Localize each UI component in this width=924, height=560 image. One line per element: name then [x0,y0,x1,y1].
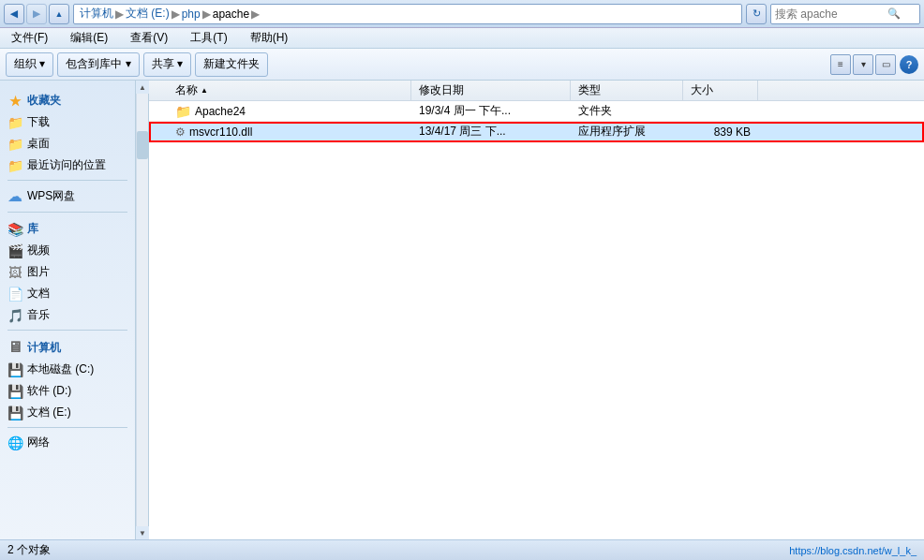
breadcrumb-sep: ▶ [202,7,211,21]
organize-button[interactable]: 组织 ▾ [6,52,53,77]
share-button[interactable]: 共享 ▾ [143,52,191,77]
sidebar-item-pictures[interactable]: 🖼 图片 [0,261,135,283]
sidebar-item-video[interactable]: 🎬 视频 [0,240,135,261]
help-button[interactable]: ? [900,55,918,74]
sidebar-item-music[interactable]: 🎵 音乐 [0,304,135,326]
documents-icon: 📄 [7,287,22,302]
pictures-label: 图片 [27,264,50,280]
breadcrumb-item[interactable]: 计算机 [80,6,113,22]
file-name: ⚙ msvcr110.dll [168,125,411,139]
col-type-label: 类型 [578,82,601,98]
sidebar-scrollbar[interactable]: ▲ ▼ [136,81,149,539]
breadcrumb-sep: ▶ [171,7,180,21]
search-bar[interactable]: 🔍 [770,4,920,24]
file-date-text: 13/4/17 周三 下... [419,124,506,140]
computer-icon: 🖥 [7,339,22,356]
back-button[interactable]: ◀ [4,4,24,24]
col-name-label: 名称 [175,82,198,98]
sidebar-item-drive-c[interactable]: 💾 本地磁盘 (C:) [0,359,135,380]
file-size: 839 KB [683,125,758,139]
address-bar: ◀ ▶ ▲ 计算机 ▶ 文档 (E:) ▶ php ▶ apache ▶ ↻ 🔍 [0,0,924,28]
sidebar-item-recent[interactable]: 📁 最近访问的位置 [0,155,135,176]
file-type-text: 文件夹 [578,103,612,119]
sidebar-divider [7,330,127,331]
col-header-date[interactable]: 修改日期 [411,81,571,100]
status-bar: 2 个对象 https://blog.csdn.net/w_l_k_ [0,539,924,560]
up-button[interactable]: ▲ [49,4,69,24]
refresh-button[interactable]: ↻ [746,4,767,24]
search-icon[interactable]: 🔍 [887,7,901,20]
file-name: 📁 Apache24 [168,104,411,119]
sidebar-divider [7,427,127,428]
folder-icon: 📁 [7,158,22,173]
share-label: 共享 ▾ [152,56,183,72]
music-icon: 🎵 [7,308,22,323]
nav-buttons: ◀ ▶ ▲ [4,4,69,24]
drive-c-label: 本地磁盘 (C:) [27,361,94,377]
scroll-down-arrow[interactable]: ▼ [136,526,149,539]
favorites-header: ★ 收藏夹 [0,90,135,111]
file-type-text: 应用程序扩展 [578,124,646,140]
breadcrumb[interactable]: 计算机 ▶ 文档 (E:) ▶ php ▶ apache ▶ [73,4,742,24]
breadcrumb-item[interactable]: 文档 (E:) [126,6,170,22]
library-label: 库 [27,221,38,237]
folder-icon: 📁 [7,115,22,130]
menu-view[interactable]: 查看(V) [127,28,171,48]
library-header: 📚 库 [0,218,135,240]
sidebar-item-downloads[interactable]: 📁 下载 [0,111,135,133]
search-input[interactable] [775,7,887,21]
forward-button[interactable]: ▶ [26,4,47,24]
wps-label: WPS网盘 [27,188,75,204]
sidebar-item-desktop[interactable]: 📁 桌面 [0,133,135,155]
downloads-label: 下载 [27,114,50,130]
music-label: 音乐 [27,307,50,323]
sidebar-item-drive-d[interactable]: 💾 软件 (D:) [0,380,135,402]
scroll-up-arrow[interactable]: ▲ [136,81,149,94]
menu-help[interactable]: 帮助(H) [246,28,292,48]
menu-file[interactable]: 文件(F) [7,28,52,48]
drive-icon: 💾 [7,405,22,420]
scroll-thumb[interactable] [137,131,148,159]
folder-icon: 📁 [7,137,22,152]
sidebar-item-wps[interactable]: ☁ WPS网盘 [0,184,135,208]
favorites-section: ★ 收藏夹 📁 下载 📁 桌面 📁 最近访问的位置 [0,90,135,176]
network-label: 网络 [27,435,50,450]
menu-edit[interactable]: 编辑(E) [67,28,112,48]
file-type: 文件夹 [571,103,683,119]
col-header-name[interactable]: 名称 ▲ [168,81,411,100]
menu-tools[interactable]: 工具(T) [186,28,231,48]
sidebar-divider [7,212,127,213]
video-label: 视频 [27,243,50,258]
view-pane-button[interactable]: ▭ [875,54,896,75]
status-link[interactable]: https://blog.csdn.net/w_l_k_ [789,545,917,556]
library-section: 📚 库 🎬 视频 🖼 图片 📄 文档 🎵 音乐 [0,218,135,326]
view-list-button[interactable]: ≡ [830,54,851,75]
documents-label: 文档 [27,286,50,302]
col-header-size[interactable]: 大小 [683,81,758,100]
pictures-icon: 🖼 [7,265,22,280]
folder-icon: 📁 [175,104,191,119]
file-size-text: 839 KB [714,125,751,139]
table-row[interactable]: 📁 Apache24 19/3/4 周一 下午... 文件夹 [149,101,924,122]
sidebar-item-documents[interactable]: 📄 文档 [0,283,135,304]
table-row[interactable]: ⚙ msvcr110.dll 13/4/17 周三 下... 应用程序扩展 83… [149,122,924,142]
col-size-label: 大小 [691,82,713,98]
breadcrumb-current: apache [213,7,249,21]
main-area: ★ 收藏夹 📁 下载 📁 桌面 📁 最近访问的位置 ☁ WPS网盘 [0,81,924,539]
view-dropdown-button[interactable]: ▾ [853,54,873,75]
breadcrumb-item[interactable]: php [182,7,201,21]
computer-label: 计算机 [27,340,61,356]
view-buttons: ≡ ▾ ▭ ? [830,54,918,75]
sidebar-item-drive-e[interactable]: 💾 文档 (E:) [0,402,135,423]
col-header-type[interactable]: 类型 [571,81,683,100]
computer-header: 🖥 计算机 [0,336,135,359]
sidebar-item-network[interactable]: 🌐 网络 [0,432,135,453]
status-count: 2 个对象 [7,542,51,558]
file-type: 应用程序扩展 [571,124,683,140]
new-folder-button[interactable]: 新建文件夹 [195,52,268,77]
breadcrumb-sep: ▶ [251,7,260,21]
breadcrumb-sep: ▶ [115,7,124,21]
video-icon: 🎬 [7,243,22,258]
toolbar: 组织 ▾ 包含到库中 ▾ 共享 ▾ 新建文件夹 ≡ ▾ ▭ ? [0,49,924,81]
include-in-lib-button[interactable]: 包含到库中 ▾ [57,52,139,77]
